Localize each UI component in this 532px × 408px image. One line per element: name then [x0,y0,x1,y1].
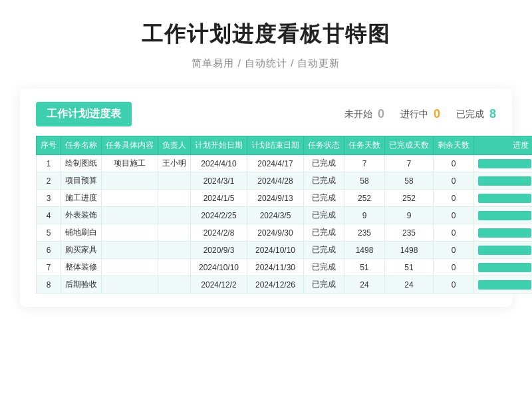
cell-start: 2024/10/10 [191,259,247,276]
cell-progress: 100.00% [474,190,533,207]
cell-remain: 0 [434,259,474,276]
summary-done: 已完成 8 [456,107,496,121]
cell-days: 1498 [344,242,385,259]
in-progress-value: 0 [434,107,440,121]
cell-name: 铺地刷白 [61,224,102,242]
cell-end: 2024/10/10 [247,242,304,259]
cell-end: 2024/3/5 [247,207,304,224]
cell-remain: 0 [434,190,474,207]
cell-content [102,172,158,190]
done-value: 8 [489,107,496,121]
cell-name: 绘制图纸 [61,155,102,172]
summary-row: 工作计划进度表 未开始 0 进行中 0 已完成 8 [36,102,496,126]
header-row: 序号 任务名称 任务具体内容 负责人 计划开始日期 计划结束日期 任务状态 任务… [37,136,533,155]
done-label: 已完成 [456,108,484,120]
cell-no: 5 [37,224,61,242]
cell-progress: 100.00% [474,276,533,294]
cell-start: 2024/3/1 [191,172,247,190]
cell-status: 已完成 [304,172,344,190]
col-status: 任务状态 [304,136,344,155]
col-end: 计划结束日期 [247,136,304,155]
summary-items: 未开始 0 进行中 0 已完成 8 [152,107,496,121]
table-row: 6购买家具2020/9/32024/10/10已完成149814980100.0… [37,242,533,259]
col-days: 任务天数 [344,136,385,155]
cell-done: 9 [385,207,434,224]
cell-done: 58 [385,172,434,190]
cell-start: 2024/2/8 [191,224,247,242]
cell-status: 已完成 [304,276,344,294]
cell-person [158,190,191,207]
not-started-label: 未开始 [344,108,372,120]
table-row: 2项目预算2024/3/12024/4/28已完成58580100.00% [37,172,533,190]
cell-no: 6 [37,242,61,259]
col-name: 任务名称 [61,136,102,155]
subtitle: 简单易用 / 自动统计 / 自动更新 [192,57,340,70]
cell-done: 7 [385,155,434,172]
col-start: 计划开始日期 [191,136,247,155]
cell-name: 后期验收 [61,276,102,294]
col-progress: 进度 [474,136,533,155]
table-row: 7整体装修2024/10/102024/11/30已完成51510100.00% [37,259,533,276]
cell-no: 3 [37,190,61,207]
cell-remain: 0 [434,172,474,190]
cell-no: 2 [37,172,61,190]
cell-content [102,224,158,242]
cell-no: 4 [37,207,61,224]
cell-no: 7 [37,259,61,276]
cell-no: 8 [37,276,61,294]
cell-progress: 100.00% [474,242,533,259]
cell-days: 235 [344,224,385,242]
table-header: 序号 任务名称 任务具体内容 负责人 计划开始日期 计划结束日期 任务状态 任务… [37,136,533,155]
cell-name: 施工进度 [61,190,102,207]
cell-person [158,259,191,276]
cell-content [102,259,158,276]
col-person: 负责人 [158,136,191,155]
cell-end: 2024/11/30 [247,259,304,276]
col-content: 任务具体内容 [102,136,158,155]
cell-person [158,172,191,190]
cell-status: 已完成 [304,242,344,259]
main-title: 工作计划进度看板甘特图 [142,20,390,49]
page-wrapper: 工作计划进度看板甘特图 简单易用 / 自动统计 / 自动更新 工作计划进度表 未… [0,0,532,408]
cell-progress: 100.00% [474,224,533,242]
cell-days: 24 [344,276,385,294]
cell-done: 51 [385,259,434,276]
cell-content [102,207,158,224]
cell-name: 购买家具 [61,242,102,259]
cell-done: 235 [385,224,434,242]
gantt-table: 序号 任务名称 任务具体内容 负责人 计划开始日期 计划结束日期 任务状态 任务… [36,136,532,294]
col-done-days: 已完成天数 [385,136,434,155]
cell-done: 24 [385,276,434,294]
cell-content [102,276,158,294]
cell-name: 整体装修 [61,259,102,276]
cell-progress: 100.00% [474,155,533,172]
cell-person [158,242,191,259]
cell-progress: 100.00% [474,207,533,224]
cell-progress: 100.00% [474,172,533,190]
cell-start: 2024/4/10 [191,155,247,172]
cell-no: 1 [37,155,61,172]
cell-days: 51 [344,259,385,276]
table-title: 工作计划进度表 [36,102,132,126]
table-row: 4外表装饰2024/2/252024/3/5已完成990100.00% [37,207,533,224]
cell-status: 已完成 [304,224,344,242]
cell-days: 9 [344,207,385,224]
table-body: 1绘制图纸项目施工王小明2024/4/102024/4/17已完成770100.… [37,155,533,294]
cell-person [158,207,191,224]
cell-person [158,276,191,294]
cell-end: 2024/4/17 [247,155,304,172]
cell-start: 2024/2/25 [191,207,247,224]
main-card: 工作计划进度表 未开始 0 进行中 0 已完成 8 序号 [20,89,512,307]
cell-content: 项目施工 [102,155,158,172]
cell-end: 2024/9/30 [247,224,304,242]
cell-status: 已完成 [304,190,344,207]
cell-remain: 0 [434,207,474,224]
cell-start: 2024/1/5 [191,190,247,207]
table-row: 3施工进度2024/1/52024/9/13已完成2522520100.00% [37,190,533,207]
cell-progress: 100.00% [474,259,533,276]
cell-end: 2024/9/13 [247,190,304,207]
cell-person: 王小明 [158,155,191,172]
cell-status: 已完成 [304,155,344,172]
col-remain: 剩余天数 [434,136,474,155]
cell-content [102,242,158,259]
